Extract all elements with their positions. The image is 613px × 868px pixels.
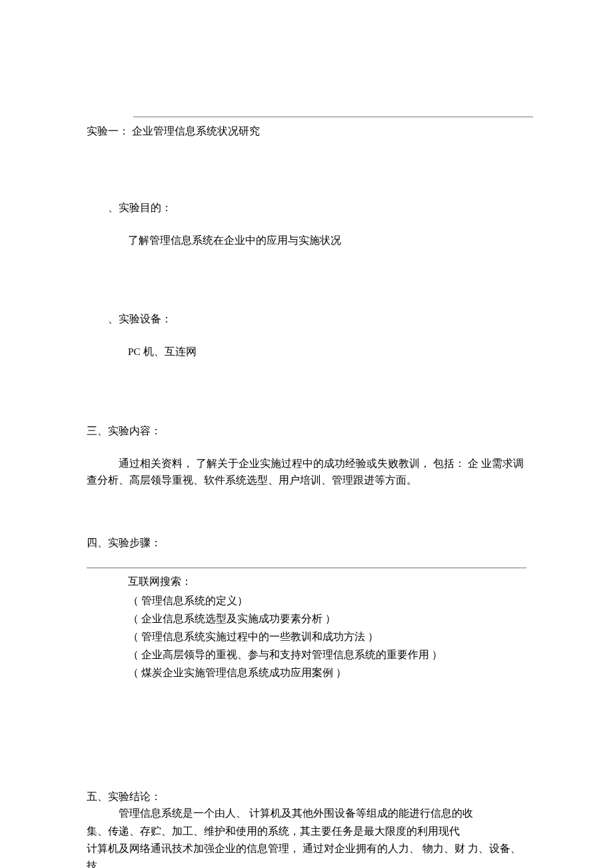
list-item: （ 企业高层领导的重视、参与和支持对管理信息系统的重要作用 ） bbox=[128, 646, 526, 663]
section2-label: 、实验设备： bbox=[108, 311, 526, 328]
spacer bbox=[87, 682, 526, 789]
section5-label: 五、实验结论： bbox=[87, 789, 526, 805]
list-item: （ 管理信息系统实施过程中的一些教训和成功方法 ） bbox=[128, 628, 526, 646]
section5-p1: 管理信息系统是一个由人、 计算机及其他外围设备等组成的能进行信息的收 bbox=[87, 805, 526, 822]
section1-body: 了解管理信息系统在企业中的应用与实施状况 bbox=[128, 232, 526, 249]
list-item: （ 管理信息系统的定义） bbox=[128, 592, 526, 610]
section5-block: 五、实验结论： 管理信息系统是一个由人、 计算机及其他外围设备等组成的能进行信息… bbox=[87, 789, 526, 868]
spacer bbox=[87, 376, 526, 423]
title-underline bbox=[133, 117, 533, 117]
document-page: 实验一： 企业管理信息系统状况研究 、实验目的： 了解管理信息系统在企业中的应用… bbox=[0, 0, 613, 868]
list-item: （ 企业信息系统选型及实施成功要素分析 ） bbox=[128, 610, 526, 628]
section2-body: PC 机、互连网 bbox=[128, 344, 526, 360]
section4-intro: 互联网搜索： bbox=[128, 574, 526, 590]
title-row: 实验一： 企业管理信息系统状况研究 bbox=[87, 123, 526, 140]
section5-p2: 集、传递、存贮、加工、维护和使用的系统，其主要任务是最大限度的利用现代 bbox=[87, 823, 526, 840]
section3-label: 三、实验内容： bbox=[87, 423, 526, 440]
section5-p3: 计算机及网络通讯技术加强企业的信息管理， 通过对企业拥有的人力、 物力、财 力、… bbox=[87, 840, 526, 868]
list-item: （ 煤炭企业实施管理信息系统成功应用案例 ） bbox=[128, 663, 526, 681]
section1-label: 、实验目的： bbox=[108, 200, 526, 217]
section3-body: 通过相关资料， 了解关于企业实施过程中的成功经验或失败教训， 包括： 企 业需求… bbox=[87, 456, 526, 489]
spacer bbox=[87, 488, 526, 535]
spacer bbox=[87, 264, 526, 311]
divider-line bbox=[87, 568, 526, 568]
experiment-title: 实验一： 企业管理信息系统状况研究 bbox=[87, 125, 260, 137]
section4-label: 四、实验步骤： bbox=[87, 535, 526, 552]
